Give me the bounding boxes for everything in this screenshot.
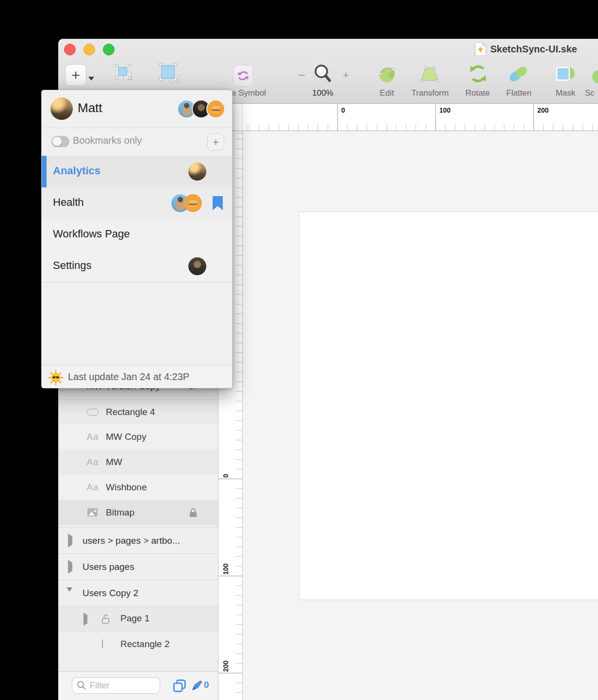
ruler-label: 100 (439, 106, 450, 114)
lock-open-icon[interactable] (101, 613, 111, 625)
layer-group-row[interactable]: Users pages (58, 553, 218, 580)
flatten-tool-icon[interactable] (507, 63, 530, 85)
disclosure-right-icon[interactable] (68, 533, 72, 548)
artboard[interactable] (299, 212, 598, 600)
text-style-icon: Aa (86, 457, 99, 467)
canvas[interactable] (243, 131, 598, 700)
page-row-settings[interactable]: Settings (42, 250, 232, 283)
square-icon (102, 639, 103, 649)
sketch-document-icon (475, 42, 486, 56)
viewer-avatar (188, 163, 206, 181)
ruler-label: 200 (537, 106, 548, 114)
layer-row[interactable]: Aa Wishbone (58, 475, 218, 500)
selection-handle-icon (116, 64, 118, 67)
rounded-rect-icon (87, 409, 99, 416)
viewer-avatar-burger (184, 194, 202, 212)
bookmarks-filter-row: Bookmarks only + (42, 128, 232, 156)
minimize-button[interactable] (83, 44, 95, 55)
disclosure-right-icon[interactable] (68, 560, 72, 574)
text-style-icon: Aa (86, 482, 99, 493)
transform-tool-icon[interactable] (418, 63, 441, 85)
layer-row[interactable]: Rectangle 4 (58, 399, 218, 425)
filter-bar: 0 (58, 671, 218, 700)
zoom-in-button[interactable]: + (343, 69, 349, 82)
page-row-workflows[interactable]: Workflows Page (42, 219, 232, 251)
layer-name: MW Copy (106, 432, 146, 442)
bookmarks-only-label: Bookmarks only (73, 135, 142, 146)
popover-header: Matt (42, 90, 232, 128)
layer-row[interactable]: Aa MW (58, 450, 218, 475)
page-label: Settings (53, 259, 92, 272)
pen-icon[interactable] (191, 680, 203, 691)
bookmarks-only-toggle[interactable] (51, 136, 69, 147)
zoom-out-button[interactable]: − (298, 68, 305, 83)
disclosure-right-icon[interactable] (83, 613, 87, 626)
page-label: Analytics (53, 165, 100, 177)
scale-tool-icon[interactable] (588, 63, 598, 85)
layer-row[interactable]: Page 1 (58, 606, 218, 633)
symbol-tool-icon[interactable] (157, 62, 182, 86)
ruler-ticks (243, 124, 598, 131)
ruler-label: 200 (221, 645, 231, 672)
selection-handle-icon (128, 77, 131, 80)
group-tool-icon[interactable] (115, 63, 137, 85)
page-label: Workflows Page (53, 228, 130, 240)
toggle-knob (52, 137, 62, 146)
layer-name: Wishbone (106, 482, 147, 493)
scale-label: Sc (585, 88, 598, 98)
transform-label: Transform (406, 88, 454, 98)
ruler-major-line (218, 576, 242, 576)
edit-label: Edit (372, 88, 401, 98)
group-name: Users pages (83, 562, 134, 572)
mask-tool-icon[interactable] (554, 63, 577, 85)
bookmark-icon[interactable] (213, 196, 223, 210)
selection-handle-icon (159, 63, 162, 66)
lock-icon[interactable] (188, 507, 198, 518)
selection-bar (42, 156, 47, 187)
ruler-ticks (236, 131, 242, 700)
selection-handle-icon (128, 64, 131, 67)
mask-label: Mask (553, 88, 578, 98)
disclosure-down-icon[interactable] (66, 587, 72, 600)
draft-count-badge: 0 (204, 680, 209, 690)
layer-group-row[interactable]: Users Copy 2 (58, 580, 218, 606)
popover-footer: Last update Jan 24 at 4:23P (42, 365, 232, 388)
selection-handle-icon (116, 77, 118, 80)
layer-row[interactable]: Aa MW Copy (58, 424, 218, 450)
bitmap-icon (87, 508, 98, 517)
rotate-tool-icon[interactable] (467, 62, 489, 85)
magnifier-icon[interactable] (313, 63, 333, 84)
layer-row[interactable]: Bitmap (58, 500, 218, 525)
collaborator-avatar-stack (177, 100, 225, 118)
insert-button[interactable]: + (65, 64, 86, 86)
layer-name: Page 1 (120, 613, 150, 624)
ruler-label: 0 (221, 450, 231, 478)
user-name: Matt (78, 100, 102, 116)
horizontal-ruler: 0 100 200 (243, 104, 598, 131)
add-page-button[interactable]: + (207, 133, 224, 150)
layer-row[interactable]: Rectangle 2 (58, 632, 218, 658)
close-button[interactable] (64, 44, 76, 55)
selection-handle-icon (159, 78, 162, 81)
edit-tool-icon[interactable] (376, 63, 398, 85)
plus-icon: + (212, 135, 219, 149)
primary-shape-icon (118, 67, 127, 76)
burger-icon (210, 103, 222, 115)
ruler-major-line (218, 479, 242, 479)
sketchsync-popover: Matt Bookmarks only + Analytics (41, 90, 233, 388)
page-row-analytics[interactable]: Analytics (42, 156, 232, 188)
create-symbol-label: e Symbol (232, 88, 290, 98)
sync-symbol-button[interactable] (233, 65, 253, 86)
collaborator-avatar-burger (206, 100, 225, 118)
search-icon (77, 681, 86, 690)
page-label: Health (53, 196, 84, 209)
pages-overview-icon[interactable] (173, 679, 186, 693)
ruler-major-line (435, 104, 436, 131)
page-row-health[interactable]: Health (42, 187, 232, 219)
burger-icon (187, 198, 199, 209)
ruler-label: 100 (221, 548, 231, 575)
insert-dropdown-caret-icon[interactable] (88, 77, 94, 81)
layer-group-row[interactable]: users > pages > artbo... (58, 527, 218, 554)
ruler-label: 0 (341, 106, 345, 114)
fullscreen-button[interactable] (103, 44, 115, 55)
